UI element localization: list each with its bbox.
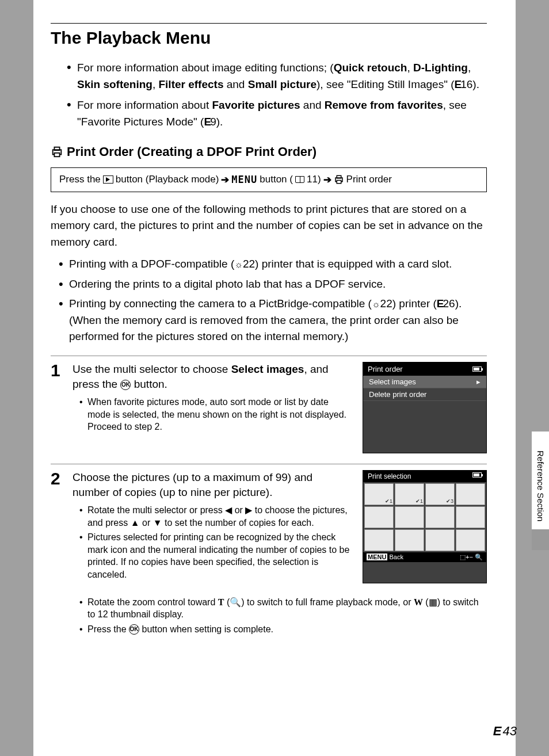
thumbnail-grid: ✔1 ✔1 ✔3 xyxy=(363,482,486,552)
menu-label: Select images xyxy=(369,377,416,386)
text: 9). xyxy=(210,116,223,128)
camera-screen-menu: Print order Select images▸ Delete print … xyxy=(363,362,487,453)
text-bold: Quick retouch xyxy=(334,62,407,74)
thumbnail: ✔3 xyxy=(425,483,455,505)
step-2-note-4: Press the OK button when setting is comp… xyxy=(79,623,487,636)
menu-badge: MENU xyxy=(367,553,387,560)
tab-marker xyxy=(532,529,549,550)
thumbnail xyxy=(456,529,485,551)
section-ref-icon: E xyxy=(437,297,443,310)
svg-rect-4 xyxy=(337,176,341,179)
down-arrow-icon: ▼ xyxy=(153,517,162,529)
t-key: T xyxy=(218,597,224,607)
text: Printing by connecting the camera to a P… xyxy=(69,297,372,310)
text: or xyxy=(232,505,245,515)
text: Press the xyxy=(59,174,101,185)
section-ref-icon: E xyxy=(493,724,501,739)
text: Print order xyxy=(346,174,392,185)
text: Rotate the zoom control toward xyxy=(87,597,218,607)
svg-rect-5 xyxy=(337,181,341,184)
step-2-sublist-b: Rotate the zoom control toward T (🔍) to … xyxy=(79,596,487,638)
text: ( xyxy=(224,597,230,607)
screen-title: Print order xyxy=(368,365,403,373)
text: or xyxy=(140,518,153,528)
navigation-path-box: Press the button (Playback mode) ➔ MENU … xyxy=(51,167,487,192)
thumbnail: ✔1 xyxy=(395,483,424,505)
text: and xyxy=(300,99,325,111)
intro-list: For more information about image editing… xyxy=(67,59,487,131)
step-2: 2 Choose the pictures (up to a maximum o… xyxy=(51,470,487,638)
step-1-title: Use the multi selector to choose Select … xyxy=(73,362,352,392)
book-icon xyxy=(295,176,304,183)
text: , xyxy=(152,78,159,90)
right-arrow-icon: ▶ xyxy=(245,504,252,517)
back-hint: MENU Back xyxy=(367,553,403,561)
text: 11) xyxy=(307,174,321,185)
step-1-sublist: When favorite pictures mode, auto sort m… xyxy=(79,396,352,433)
text: , xyxy=(468,62,471,74)
text: 22) printer that is equipped with a card… xyxy=(243,258,452,270)
text: Press the xyxy=(87,624,129,634)
text: Rotate the multi selector or press xyxy=(87,505,225,515)
bulb-icon: ☼ xyxy=(372,297,380,311)
screen-title: Print selection xyxy=(368,472,411,480)
section-ref-icon: E xyxy=(204,116,210,128)
screen-header: Print order xyxy=(363,362,486,376)
thumbnail xyxy=(425,529,455,551)
arrow-icon: ➔ xyxy=(323,174,331,186)
text: button ( xyxy=(260,174,293,185)
text: Use the multi selector to choose xyxy=(73,363,231,375)
text: 22) printer ( xyxy=(380,297,437,310)
grid-icon: ▦ xyxy=(429,597,437,607)
text-bold: Small picture xyxy=(248,78,317,90)
w-key: W xyxy=(414,597,423,607)
text: , xyxy=(407,62,413,74)
thumbnail xyxy=(364,506,394,528)
chevron-right-icon: ▸ xyxy=(476,377,481,386)
text: Printing with a DPOF-compatible ( xyxy=(69,258,234,270)
side-tab-label: Reference Section xyxy=(536,450,546,521)
page-title: The Playback Menu xyxy=(51,28,487,48)
magnify-icon: 🔍 xyxy=(230,597,241,607)
text: button (Playback mode) xyxy=(116,174,219,185)
text: and xyxy=(223,78,247,90)
playback-icon xyxy=(103,175,113,184)
print-icon xyxy=(51,146,63,158)
method-2: Ordering the prints to a digital photo l… xyxy=(59,276,487,293)
text: button when setting is complete. xyxy=(139,624,273,634)
thumbnail: ✔1 xyxy=(364,483,394,505)
thumbnail xyxy=(395,506,424,528)
methods-list: Printing with a DPOF-compatible (☼22) pr… xyxy=(59,256,487,345)
text: ), see "Editing Still Images" ( xyxy=(317,78,454,90)
left-arrow-icon: ◀ xyxy=(225,504,232,517)
ok-button-icon: OK xyxy=(120,380,131,390)
step-number: 2 xyxy=(51,470,64,638)
bulb-icon: ☼ xyxy=(234,258,243,272)
text: Back xyxy=(389,553,403,560)
step-2-note-1: Rotate the multi selector or press ◀ or … xyxy=(79,504,352,529)
step-1: 1 Use the multi selector to choose Selec… xyxy=(51,362,487,453)
battery-icon xyxy=(472,366,482,372)
thumbnail xyxy=(364,529,394,551)
text-bold: Skin softening xyxy=(77,78,152,90)
method-3: Printing by connecting the camera to a P… xyxy=(59,296,487,345)
text-bold: Remove from favorites xyxy=(325,99,443,111)
intro-bullet-1: For more information about image editing… xyxy=(67,59,487,93)
step-2-note-2: Pictures selected for printing can be re… xyxy=(79,531,352,581)
screen-header: Print selection xyxy=(363,471,486,482)
step-2-note-3: Rotate the zoom control toward T (🔍) to … xyxy=(79,596,487,621)
thumbnail xyxy=(456,506,485,528)
step-2-sublist-a: Rotate the multi selector or press ◀ or … xyxy=(79,504,352,581)
thumbnail xyxy=(395,529,424,551)
menu-item-select-images: Select images▸ xyxy=(363,376,486,388)
camera-screen-selection: Print selection ✔1 ✔1 ✔3 xyxy=(363,470,487,583)
heading-text: Print Order (Creating a DPOF Print Order… xyxy=(67,144,317,159)
step-2-title: Choose the pictures (up to a maximum of … xyxy=(73,470,352,501)
zoom-hint: ⬚+− 🔍 xyxy=(460,553,483,561)
ok-button-icon: OK xyxy=(129,624,139,635)
print-icon xyxy=(334,174,344,185)
text-bold: D-Lighting xyxy=(413,62,468,74)
menu-label: MENU xyxy=(231,174,257,185)
up-arrow-icon: ▲ xyxy=(131,517,140,529)
battery-icon xyxy=(472,472,482,478)
